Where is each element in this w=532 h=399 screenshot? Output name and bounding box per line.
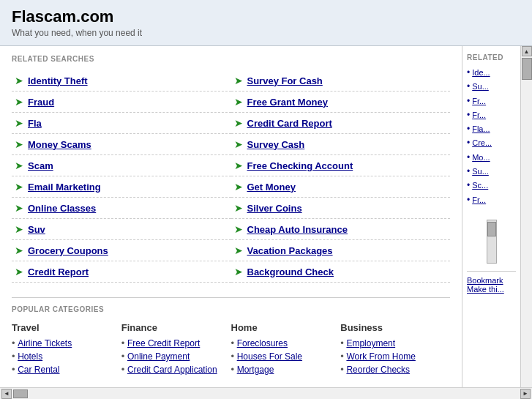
sidebar-link[interactable]: Sc... — [472, 180, 488, 190]
search-link[interactable]: Email Marketing — [28, 182, 101, 193]
list-item: ➤ Email Marketing — [12, 176, 231, 198]
section-divider — [12, 297, 450, 298]
category-link[interactable]: Mortgage — [237, 365, 274, 375]
category-link[interactable]: Reorder Checks — [346, 365, 410, 375]
right-sidebar: RELATED • Ide... • Su... • Fr... • Fr...… — [462, 46, 520, 387]
search-link[interactable]: Scam — [28, 160, 53, 171]
sidebar-link[interactable]: Cre... — [472, 138, 492, 148]
related-searches-label: RELATED SEARCHES — [12, 55, 450, 63]
list-item: • Su... — [467, 81, 516, 92]
arrow-icon: ➤ — [234, 245, 243, 256]
arrow-icon: ➤ — [234, 117, 243, 129]
arrow-icon: ➤ — [234, 202, 243, 214]
category-link[interactable]: Online Payment — [127, 351, 190, 362]
hscroll-thumb[interactable] — [13, 389, 28, 398]
sidebar-link[interactable]: Fla... — [472, 124, 490, 134]
scrollbar-track — [487, 220, 497, 264]
search-link[interactable]: Silver Coins — [247, 203, 302, 214]
category-link[interactable]: Employment — [346, 338, 395, 348]
category-heading-travel: Travel — [12, 322, 121, 333]
search-link[interactable]: Suv — [28, 224, 45, 235]
sidebar-link[interactable]: Su... — [472, 166, 489, 176]
search-link[interactable]: Survey Cash — [247, 139, 305, 150]
horizontal-scrollbar[interactable]: ◄ ► — [0, 387, 532, 399]
list-item: Credit Card Application — [121, 364, 231, 375]
list-item: Work From Home — [340, 351, 450, 362]
category-link[interactable]: Credit Card Application — [127, 365, 217, 375]
sidebar-link[interactable]: Fr... — [472, 110, 486, 120]
search-link[interactable]: Grocery Coupons — [28, 245, 108, 256]
bullet-icon: • — [467, 96, 470, 106]
bullet-icon: • — [467, 81, 470, 92]
sidebar-link[interactable]: Fr... — [472, 195, 486, 205]
category-link[interactable]: Airline Tickets — [18, 338, 72, 348]
category-link[interactable]: Foreclosures — [237, 338, 288, 348]
arrow-icon: ➤ — [15, 223, 23, 235]
bullet-icon: • — [467, 124, 470, 134]
site-subtitle: What you need, when you need it — [12, 28, 520, 38]
search-link[interactable]: Identity Theft — [28, 75, 88, 86]
search-link[interactable]: Vacation Packages — [247, 245, 333, 256]
category-col-business: Business Employment Work From Home Reord… — [340, 322, 450, 377]
search-link[interactable]: Cheap Auto Insurance — [247, 224, 348, 235]
search-link[interactable]: Fraud — [28, 97, 54, 108]
list-item: • Sc... — [467, 180, 516, 190]
sidebar-link[interactable]: Mo... — [472, 152, 490, 163]
site-title: Flascam.com — [12, 7, 520, 26]
search-link[interactable]: Online Classes — [28, 203, 96, 214]
list-item: ➤ Money Scams — [12, 134, 231, 155]
scrollbar-thumb[interactable] — [487, 222, 496, 236]
category-link[interactable]: Work From Home — [346, 351, 415, 362]
search-link[interactable]: Credit Report — [28, 266, 89, 277]
category-link[interactable]: Car Rental — [18, 365, 59, 375]
arrow-icon: ➤ — [234, 266, 243, 277]
scroll-up-button[interactable]: ▲ — [522, 46, 532, 56]
scroll-right-button[interactable]: ► — [520, 389, 531, 399]
category-link[interactable]: Hotels — [18, 351, 42, 362]
search-link[interactable]: Free Grant Money — [247, 97, 329, 108]
list-item: ➤ Get Money — [231, 176, 451, 198]
list-item: Reorder Checks — [340, 364, 450, 375]
right-links-col: ➤ Survey For Cash ➤ Free Grant Money ➤ C… — [231, 70, 451, 283]
list-item: ➤ Grocery Coupons — [12, 240, 231, 261]
bullet-icon: • — [467, 180, 470, 190]
make-home-label[interactable]: Make thi... — [467, 285, 516, 294]
bullet-icon: • — [467, 67, 470, 78]
vertical-scrollbar[interactable]: ▲ — [520, 46, 532, 387]
sidebar-link[interactable]: Ide... — [472, 67, 490, 78]
search-link[interactable]: Fla — [28, 118, 42, 129]
category-link[interactable]: Free Credit Report — [127, 338, 200, 348]
arrow-icon: ➤ — [15, 138, 23, 150]
bullet-icon: • — [467, 110, 470, 120]
arrow-icon: ➤ — [234, 138, 243, 150]
sidebar-link[interactable]: Su... — [472, 81, 489, 92]
scroll-thumb[interactable] — [522, 58, 532, 80]
search-link[interactable]: Background Check — [247, 266, 334, 277]
arrow-icon: ➤ — [15, 75, 23, 86]
list-item: ➤ Free Checking Account — [231, 155, 451, 176]
search-link[interactable]: Money Scams — [28, 139, 91, 150]
list-item: ➤ Survey Cash — [231, 134, 451, 155]
search-link[interactable]: Credit Card Report — [247, 118, 332, 129]
related-searches-section: RELATED SEARCHES ➤ Identity Theft ➤ Frau… — [12, 55, 450, 283]
list-item: ➤ Identity Theft — [12, 70, 231, 92]
site-header: Flascam.com What you need, when you need… — [0, 0, 532, 46]
list-item: ➤ Suv — [12, 219, 231, 240]
arrow-icon: ➤ — [15, 117, 23, 129]
list-item: • Mo... — [467, 152, 516, 163]
search-link[interactable]: Survey For Cash — [247, 75, 323, 86]
bookmark-label[interactable]: Bookmark — [467, 276, 516, 285]
search-link[interactable]: Get Money — [247, 182, 296, 193]
arrow-icon: ➤ — [234, 75, 243, 86]
arrow-icon: ➤ — [15, 181, 23, 193]
scroll-left-button[interactable]: ◄ — [1, 389, 12, 399]
list-item: ➤ Scam — [12, 155, 231, 176]
search-link[interactable]: Free Checking Account — [247, 160, 353, 171]
category-link[interactable]: Houses For Sale — [237, 351, 302, 362]
list-item: • Cre... — [467, 138, 516, 148]
list-item: ➤ Credit Card Report — [231, 113, 451, 134]
arrow-icon: ➤ — [15, 202, 23, 214]
category-col-travel: Travel Airline Tickets Hotels Car Rental — [12, 322, 121, 377]
sidebar-link[interactable]: Fr... — [472, 96, 486, 106]
popular-categories-section: POPULAR CATEGORIES Travel Airline Ticket… — [12, 305, 450, 377]
